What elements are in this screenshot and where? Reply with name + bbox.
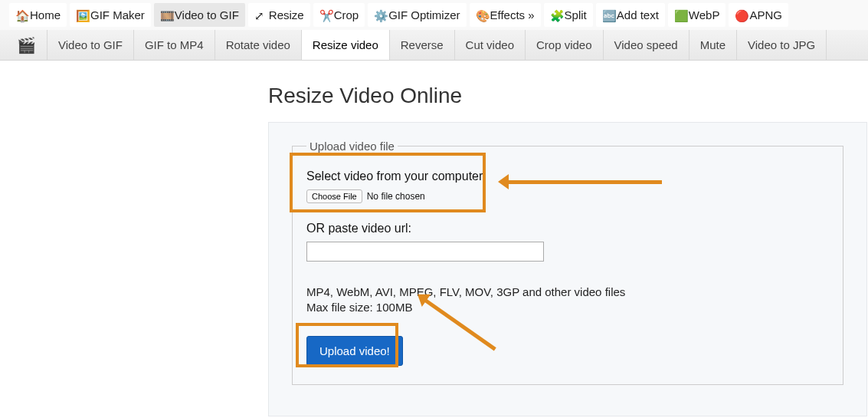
topnav-label: Split — [565, 8, 587, 21]
chosen-file-label: No file chosen — [367, 191, 425, 202]
text-icon: 🔤 — [602, 9, 614, 21]
tab-video-to-jpg[interactable]: Video to JPG — [736, 30, 827, 60]
tab-video-to-gif[interactable]: Video to GIF — [47, 30, 133, 60]
topnav-label: GIF Maker — [90, 8, 145, 21]
gif-icon: 🖼️ — [76, 9, 87, 21]
file-chooser[interactable]: Choose File No file chosen — [306, 189, 425, 203]
sub-nav: 🎬 Video to GIFGIF to MP4Rotate videoResi… — [0, 30, 868, 61]
crop-icon: ✂️ — [319, 9, 331, 21]
tab-resize-video[interactable]: Resize video — [301, 30, 389, 60]
tab-crop-video[interactable]: Crop video — [525, 30, 603, 60]
topnav-label: APNG — [749, 8, 782, 21]
topnav-gif-maker[interactable]: 🖼️GIF Maker — [70, 3, 151, 27]
tab-video-speed[interactable]: Video speed — [603, 30, 689, 60]
clapper-icon: 🎬 — [9, 30, 47, 60]
split-icon: 🧩 — [550, 9, 562, 21]
topnav-video-to-gif[interactable]: 🎞️Video to GIF — [154, 3, 245, 27]
page-title: Resize Video Online — [268, 84, 868, 108]
home-icon: 🏠 — [15, 9, 27, 21]
topnav-label: Resize — [269, 8, 304, 21]
tab-cut-video[interactable]: Cut video — [454, 30, 525, 60]
upload-panel: Upload video file Select video from your… — [268, 122, 867, 416]
apng-icon: 🔴 — [735, 9, 746, 21]
topnav-webp[interactable]: 🟩WebP — [668, 3, 726, 27]
tab-rotate-video[interactable]: Rotate video — [215, 30, 301, 60]
top-nav: 🏠Home🖼️GIF Maker🎞️Video to GIF⤢Resize✂️C… — [0, 0, 868, 30]
topnav-label: Home — [30, 8, 61, 21]
topnav-label: Crop — [334, 8, 359, 21]
topnav-crop[interactable]: ✂️Crop — [313, 3, 365, 27]
topnav-home[interactable]: 🏠Home — [9, 3, 67, 27]
topnav-label: Add text — [617, 8, 659, 21]
topnav-apng[interactable]: 🔴APNG — [729, 3, 788, 27]
formats-hint: MP4, WebM, AVI, MPEG, FLV, MOV, 3GP and … — [306, 285, 829, 316]
tab-reverse[interactable]: Reverse — [389, 30, 454, 60]
fieldset-legend: Upload video file — [306, 140, 398, 153]
annotation-arrow-1 — [501, 180, 662, 184]
resize-icon: ⤢ — [254, 9, 266, 21]
topnav-gif-optimizer[interactable]: ⚙️GIF Optimizer — [368, 3, 466, 27]
upload-video-button[interactable]: Upload video! — [306, 336, 403, 366]
tab-gif-to-mp4[interactable]: GIF to MP4 — [133, 30, 215, 60]
fx-icon: 🎨 — [476, 9, 487, 21]
topnav-effects[interactable]: 🎨Effects » — [470, 3, 541, 27]
webp-icon: 🟩 — [674, 9, 686, 21]
topnav-split[interactable]: 🧩Split — [544, 3, 593, 27]
topnav-add-text[interactable]: 🔤Add text — [596, 3, 665, 27]
topnav-label: WebP — [689, 8, 720, 21]
supported-formats-text: MP4, WebM, AVI, MPEG, FLV, MOV, 3GP and … — [306, 285, 829, 300]
max-file-size-text: Max file size: 100MB — [306, 300, 829, 315]
topnav-resize[interactable]: ⤢Resize — [248, 3, 310, 27]
video-url-input[interactable] — [306, 242, 544, 262]
topnav-label: Effects » — [490, 8, 535, 21]
choose-file-button[interactable]: Choose File — [306, 189, 362, 203]
vid2gif-icon: 🎞️ — [160, 9, 172, 21]
upload-fieldset: Upload video file Select video from your… — [292, 140, 843, 385]
topnav-label: Video to GIF — [175, 8, 239, 21]
paste-url-label: OR paste video url: — [306, 222, 829, 235]
tab-mute[interactable]: Mute — [689, 30, 736, 60]
topnav-label: GIF Optimizer — [388, 8, 460, 21]
opt-icon: ⚙️ — [374, 9, 385, 21]
